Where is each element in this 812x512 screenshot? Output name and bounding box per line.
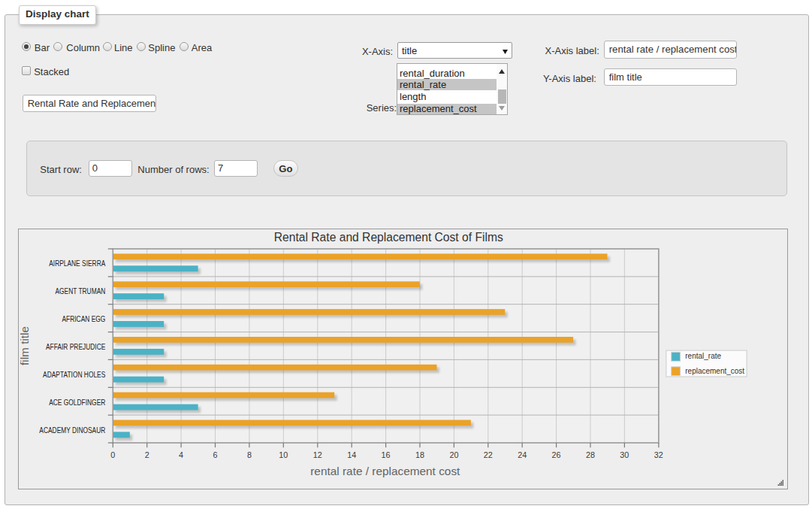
svg-text:AGENT TRUMAN: AGENT TRUMAN — [56, 287, 106, 296]
svg-text:ACE GOLDFINGER: ACE GOLDFINGER — [49, 398, 105, 407]
svg-text:rental rate / replacement cost: rental rate / replacement cost — [310, 465, 460, 477]
svg-text:film title: film title — [18, 326, 31, 365]
svg-text:28: 28 — [586, 450, 595, 459]
svg-text:14: 14 — [347, 450, 356, 459]
svg-text:Rental Rate and Replacement Co: Rental Rate and Replacement Cost of Film… — [274, 230, 503, 244]
svg-text:16: 16 — [382, 450, 391, 459]
svg-text:0: 0 — [110, 450, 115, 459]
svg-text:32: 32 — [654, 450, 663, 459]
svg-text:30: 30 — [620, 450, 629, 459]
svg-text:replacement_cost: replacement_cost — [685, 367, 744, 375]
svg-text:22: 22 — [484, 450, 493, 459]
svg-text:6: 6 — [213, 450, 218, 459]
svg-text:12: 12 — [313, 450, 322, 459]
svg-text:rental_rate: rental_rate — [685, 352, 721, 360]
svg-text:AFFAIR PREJUDICE: AFFAIR PREJUDICE — [46, 342, 105, 351]
svg-text:ACADEMY DINOSAUR: ACADEMY DINOSAUR — [40, 426, 106, 435]
svg-text:26: 26 — [552, 450, 561, 459]
svg-text:24: 24 — [518, 450, 527, 459]
svg-text:4: 4 — [179, 450, 183, 459]
svg-text:18: 18 — [415, 450, 424, 459]
svg-text:AFRICAN EGG: AFRICAN EGG — [62, 314, 106, 323]
svg-text:10: 10 — [279, 450, 288, 459]
svg-text:AIRPLANE SIERRA: AIRPLANE SIERRA — [49, 259, 106, 268]
svg-text:8: 8 — [247, 450, 252, 459]
svg-text:20: 20 — [450, 450, 459, 459]
svg-text:2: 2 — [145, 450, 149, 459]
svg-text:ADAPTATION HOLES: ADAPTATION HOLES — [43, 370, 105, 379]
